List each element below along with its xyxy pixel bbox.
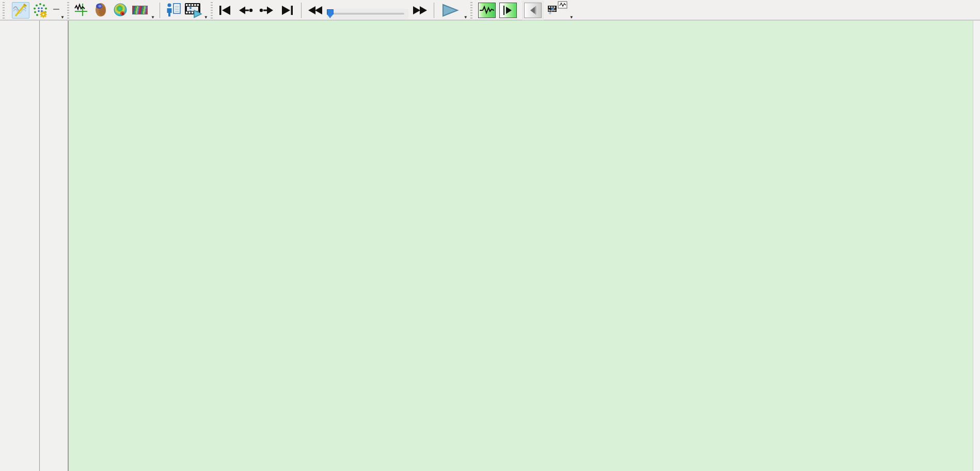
maps-dropdown-arrow[interactable]: ▼: [151, 15, 155, 20]
play-dropdown-arrow[interactable]: ▼: [464, 15, 468, 20]
slider-thumb[interactable]: [327, 9, 334, 18]
datetime-dropdown-arrow[interactable]: ▼: [60, 15, 65, 20]
montage-settings-button[interactable]: [31, 2, 49, 19]
notch-filter-50-button[interactable]: [12, 2, 29, 19]
step-back-button[interactable]: [235, 3, 256, 18]
head-3d-icon: [93, 2, 108, 18]
review-play-icon: [503, 5, 513, 15]
electrode-map-gear-icon: [32, 2, 49, 19]
main-toolbar: ▼: [0, 0, 980, 21]
video-icon: [184, 2, 202, 18]
spectrogram-button[interactable]: [130, 1, 150, 19]
topo-map-button[interactable]: [110, 1, 130, 19]
clip-dropdown-arrow[interactable]: ▼: [570, 15, 574, 20]
play-icon: [440, 3, 460, 18]
spectrogram-icon: [132, 6, 148, 14]
topo-map-icon: [113, 2, 128, 18]
channel-label-column: [0, 21, 69, 471]
speed-slider[interactable]: [327, 9, 408, 19]
toolbar-separator: [434, 3, 434, 18]
speed-slider-group: [327, 1, 408, 19]
video-button[interactable]: [183, 1, 203, 19]
page-back-icon: [528, 6, 538, 15]
rewind-icon: [307, 4, 324, 17]
patient-info-icon: [165, 2, 182, 18]
datetime-display: [53, 1, 59, 10]
step-forward-icon: [258, 4, 275, 17]
notch-wave-icon: [12, 3, 29, 18]
review-wave-button[interactable]: [478, 3, 496, 18]
toolbar-separator: [160, 3, 160, 18]
label-divider: [39, 21, 40, 471]
toolbar-gripper[interactable]: [67, 2, 69, 19]
review-wave-icon: [480, 5, 494, 16]
patient-info-button[interactable]: [164, 1, 183, 19]
eeg-marker-button[interactable]: [71, 1, 91, 19]
jump-end-button[interactable]: [277, 3, 297, 18]
rewind-button[interactable]: [305, 3, 326, 18]
video-dropdown-arrow[interactable]: ▼: [204, 15, 208, 20]
review-play-button[interactable]: [499, 3, 517, 18]
play-button[interactable]: [438, 3, 463, 18]
head-3d-map-button[interactable]: [91, 1, 110, 19]
eeg-marker-icon: [74, 3, 88, 17]
eeg-trace-canvas[interactable]: [69, 21, 973, 471]
fast-forward-button[interactable]: [409, 3, 430, 18]
fast-forward-icon: [411, 4, 429, 17]
slider-track[interactable]: [331, 13, 404, 14]
time-display[interactable]: [53, 9, 59, 10]
page-back-button[interactable]: [524, 3, 542, 18]
eeg-display-area: [0, 21, 980, 471]
eeg-review-window: ▼: [0, 0, 980, 471]
step-back-icon: [238, 4, 254, 17]
toolbar-gripper[interactable]: [3, 2, 5, 19]
step-forward-button[interactable]: [256, 3, 277, 18]
jump-end-icon: [279, 4, 295, 17]
jump-start-icon: [217, 4, 233, 17]
toolbar-separator: [301, 3, 302, 18]
vertical-scrollbar[interactable]: [973, 21, 980, 471]
toolbar-gripper[interactable]: [211, 2, 213, 19]
jump-start-button[interactable]: [215, 3, 235, 18]
toolbar-gripper[interactable]: [470, 2, 472, 19]
clip-scissors-button[interactable]: ✂: [547, 1, 568, 19]
